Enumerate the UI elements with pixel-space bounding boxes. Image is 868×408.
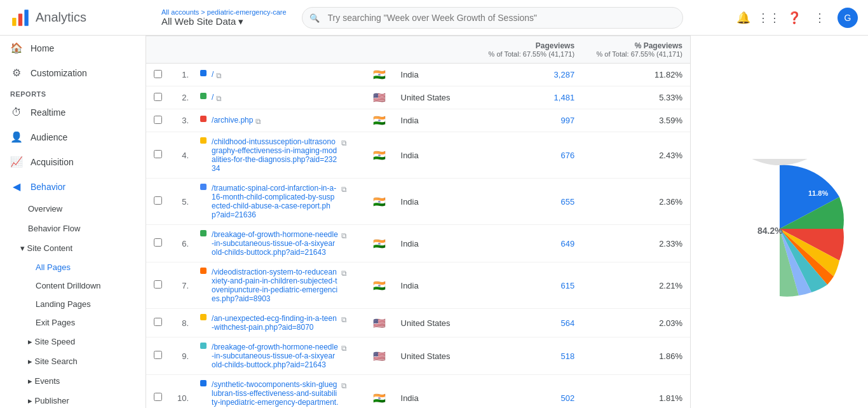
row-pct: 2.21% xyxy=(582,262,690,309)
sidebar-item-events[interactable]: ▸ Events xyxy=(0,371,146,391)
page-link[interactable]: /traumatic-spinal-cord-infarction-in-a-1… xyxy=(212,184,339,219)
row-checkbox[interactable] xyxy=(146,309,170,337)
copy-icon[interactable]: ⧉ xyxy=(255,117,261,126)
page-link[interactable]: / xyxy=(212,70,214,79)
col-pct-total: % of Total: 67.55% (41,171) xyxy=(590,50,682,58)
account-selector[interactable]: All accounts > pediatric-emergency-care … xyxy=(161,8,287,27)
sidebar-item-exit-pages[interactable]: Exit Pages xyxy=(0,313,146,332)
col-country xyxy=(393,36,475,64)
checkbox-input[interactable] xyxy=(154,93,162,101)
row-pct: 2.43% xyxy=(582,132,690,179)
sidebar-item-landing-pages[interactable]: Landing Pages xyxy=(0,295,146,313)
checkbox-input[interactable] xyxy=(154,351,162,359)
row-pct: 2.03% xyxy=(582,309,690,337)
sidebar-item-behavior[interactable]: ◀ Behavior xyxy=(0,174,146,199)
apps-icon[interactable]: ⋮⋮ xyxy=(761,10,776,25)
search-input[interactable] xyxy=(302,7,683,29)
row-pageviews: 502 xyxy=(474,375,582,409)
row-checkbox[interactable] xyxy=(146,375,170,409)
copy-icon[interactable]: ⧉ xyxy=(341,139,347,147)
row-country: India xyxy=(393,262,475,309)
sidebar-item-realtime[interactable]: ⏱ Realtime xyxy=(0,100,146,125)
checkbox-input[interactable] xyxy=(154,238,162,247)
row-checkbox[interactable] xyxy=(146,109,170,132)
page-link[interactable]: / xyxy=(212,93,214,102)
svg-rect-1 xyxy=(18,13,22,25)
sidebar-item-acquisition[interactable]: 📈 Acquisition xyxy=(0,149,146,174)
checkbox-input[interactable] xyxy=(154,196,162,205)
row-pct: 5.33% xyxy=(582,86,690,109)
row-number: 1. xyxy=(170,64,193,86)
row-pct: 2.33% xyxy=(582,225,690,262)
page-link[interactable]: /archive.php xyxy=(212,116,253,125)
page-link[interactable]: /breakage-of-growth-hormone-needle-in-su… xyxy=(212,230,339,257)
row-color-dot xyxy=(200,380,207,386)
copy-icon[interactable]: ⧉ xyxy=(216,71,222,80)
realtime-icon: ⏱ xyxy=(10,107,23,118)
table-row: 6. /breakage-of-growth-hormone-needle-in… xyxy=(146,225,690,262)
row-pct: 2.36% xyxy=(582,179,690,225)
page-link[interactable]: /an-unexpected-ecg-finding-in-a-teen-wit… xyxy=(212,314,339,332)
sidebar-item-publisher[interactable]: ▸ Publisher xyxy=(0,391,146,408)
row-number: 5. xyxy=(170,179,193,225)
col-flag xyxy=(365,36,393,64)
page-link[interactable]: /breakage-of-growth-hormone-needle-in-su… xyxy=(212,343,339,369)
sidebar-item-audience[interactable]: 👤 Audience xyxy=(0,125,146,149)
checkbox-input[interactable] xyxy=(154,70,162,78)
copy-icon[interactable]: ⧉ xyxy=(341,344,347,353)
copy-icon[interactable]: ⧉ xyxy=(341,269,347,278)
page-link[interactable]: /videodistraction-system-to-reduceanxiet… xyxy=(212,268,339,303)
row-color-dot xyxy=(200,137,207,144)
sidebar-item-behavior-flow[interactable]: Behavior Flow xyxy=(0,219,146,238)
table-row: 1. / ⧉ 🇮🇳 India 3,287 11.82% xyxy=(146,64,690,86)
account-breadcrumb: All accounts > pediatric-emergency-care xyxy=(161,8,287,16)
copy-icon[interactable]: ⧉ xyxy=(341,315,347,324)
row-number: 7. xyxy=(170,262,193,309)
more-options-icon[interactable]: ⋮ xyxy=(812,10,827,25)
row-checkbox[interactable] xyxy=(146,337,170,375)
help-icon[interactable]: ❓ xyxy=(787,10,802,25)
copy-icon[interactable]: ⧉ xyxy=(216,94,222,103)
main-content: Pageviews % of Total: 67.55% (41,171) % … xyxy=(146,36,868,408)
copy-icon[interactable]: ⧉ xyxy=(341,231,347,240)
checkbox-input[interactable] xyxy=(154,318,162,326)
acquisition-icon: 📈 xyxy=(10,156,23,168)
sidebar-item-all-pages[interactable]: All Pages xyxy=(0,258,146,276)
row-checkbox[interactable] xyxy=(146,132,170,179)
notifications-icon[interactable]: 🔔 xyxy=(736,10,751,25)
sidebar-item-site-search[interactable]: ▸ Site Search xyxy=(0,351,146,371)
checkbox-input[interactable] xyxy=(154,280,162,289)
avatar[interactable]: G xyxy=(837,8,858,28)
row-checkbox[interactable] xyxy=(146,64,170,86)
row-flag: 🇮🇳 xyxy=(365,109,393,132)
checkbox-input[interactable] xyxy=(154,150,162,158)
sidebar-item-customization[interactable]: ⚙ Customization xyxy=(0,60,146,85)
table-row: 9. /breakage-of-growth-hormone-needle-in… xyxy=(146,337,690,375)
row-flag: 🇮🇳 xyxy=(365,64,393,86)
row-color-dot xyxy=(200,230,207,236)
copy-icon[interactable]: ⧉ xyxy=(341,381,347,390)
row-page-cell: / ⧉ xyxy=(193,86,365,109)
sidebar-item-site-content[interactable]: ▾ Site Content xyxy=(0,238,146,258)
sidebar-item-overview[interactable]: Overview xyxy=(0,199,146,219)
row-pageviews: 649 xyxy=(474,225,582,262)
row-checkbox[interactable] xyxy=(146,86,170,109)
sidebar-item-content-drilldown[interactable]: Content Drilldown xyxy=(0,276,146,295)
checkbox-input[interactable] xyxy=(154,116,162,124)
sidebar-item-site-speed[interactable]: ▸ Site Speed xyxy=(0,332,146,351)
row-pct: 1.86% xyxy=(582,337,690,375)
row-checkbox[interactable] xyxy=(146,179,170,225)
account-name[interactable]: All Web Site Data ▾ xyxy=(161,16,287,27)
sidebar-item-home[interactable]: 🏠 Home xyxy=(0,36,146,60)
row-pageviews: 3,287 xyxy=(474,64,582,86)
row-checkbox[interactable] xyxy=(146,225,170,262)
row-pageviews: 564 xyxy=(474,309,582,337)
row-flag: 🇮🇳 xyxy=(365,262,393,309)
row-checkbox[interactable] xyxy=(146,262,170,309)
row-page-cell: /childhood-intussusception-ultrasonograp… xyxy=(193,132,365,179)
copy-icon[interactable]: ⧉ xyxy=(341,185,347,194)
page-link[interactable]: /childhood-intussusception-ultrasonograp… xyxy=(212,137,339,173)
checkbox-input[interactable] xyxy=(154,393,162,401)
row-number: 3. xyxy=(170,109,193,132)
page-link[interactable]: /synthetic-twocomponents-skin-glueglubra… xyxy=(212,380,339,408)
